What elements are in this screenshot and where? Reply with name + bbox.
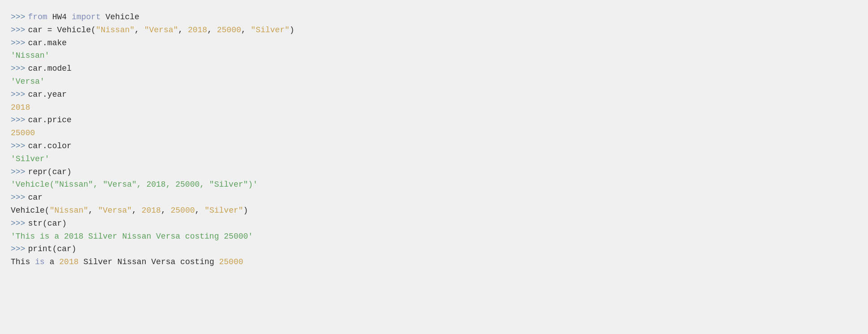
expr-car-price: car.price	[28, 114, 71, 127]
repl-line-12: 'Silver'	[11, 153, 857, 166]
repl-line-19: >>> print(car)	[11, 243, 857, 256]
repl-line-5: >>> car.model	[11, 62, 857, 75]
str-nissan: "Nissan"	[96, 24, 135, 37]
keyword-from: from	[28, 11, 47, 24]
sep3: ,	[207, 24, 217, 37]
expr-print-car: print(car)	[28, 243, 76, 256]
output-repr: 'Vehicle("Nissan", "Versa", 2018, 25000,…	[11, 178, 258, 191]
expr-repr-car: repr(car)	[28, 166, 71, 179]
repl-line-18: 'This is a 2018 Silver Nissan Versa cost…	[11, 230, 857, 243]
out-num-25000: 25000	[171, 204, 195, 217]
out-num-2018: 2018	[142, 204, 161, 217]
out-str-nissan: "Nissan"	[49, 204, 88, 217]
prompt: >>>	[11, 11, 25, 24]
repl-line-7: >>> car.year	[11, 88, 857, 101]
prompt: >>>	[11, 114, 25, 127]
out-silver-nissan: Silver Nissan Versa costing	[78, 256, 219, 269]
repl-line-17: >>> str(car)	[11, 217, 857, 230]
expr-car-make: car.make	[28, 37, 66, 50]
out-sep3: ,	[161, 204, 171, 217]
num-25000: 25000	[217, 24, 241, 37]
repl-line-1: >>> from HW4 import Vehicle	[11, 11, 857, 24]
num-2018: 2018	[188, 24, 207, 37]
repl-container: >>> from HW4 import Vehicle >>> car = Ve…	[9, 7, 859, 272]
expr-car: car	[28, 191, 42, 204]
out-year: 2018	[59, 256, 78, 269]
out-this: This	[11, 256, 35, 269]
repl-line-20: This is a 2018 Silver Nissan Versa costi…	[11, 256, 857, 269]
output-nissan: 'Nissan'	[11, 49, 49, 62]
repl-line-6: 'Versa'	[11, 75, 857, 88]
str-versa: "Versa"	[144, 24, 178, 37]
output-versa: 'Versa'	[11, 75, 45, 88]
expr-car-model: car.model	[28, 62, 71, 75]
output-str: 'This is a 2018 Silver Nissan Versa cost…	[11, 230, 253, 243]
out-a: a	[45, 256, 59, 269]
out-sep2: ,	[132, 204, 142, 217]
out-str-versa: "Versa"	[98, 204, 132, 217]
out-sep1: ,	[88, 204, 98, 217]
repl-line-16: Vehicle( "Nissan" , "Versa" , 2018 , 250…	[11, 204, 857, 217]
output-vehicle: Vehicle(	[11, 204, 49, 217]
prompt: >>>	[11, 191, 25, 204]
output-silver: 'Silver'	[11, 153, 49, 166]
out-is: is	[35, 256, 45, 269]
repl-line-11: >>> car.color	[11, 140, 857, 153]
repl-line-3: >>> car.make	[11, 37, 857, 50]
repl-line-4: 'Nissan'	[11, 49, 857, 62]
out-str-silver: "Silver"	[204, 204, 243, 217]
repl-line-9: >>> car.price	[11, 114, 857, 127]
expr-car-year: car.year	[28, 88, 66, 101]
sep1: ,	[135, 24, 144, 37]
repl-line-8: 2018	[11, 101, 857, 114]
prompt: >>>	[11, 37, 25, 50]
prompt: >>>	[11, 140, 25, 153]
output-25000: 25000	[11, 127, 35, 140]
prompt: >>>	[11, 217, 25, 230]
repl-line-10: 25000	[11, 127, 857, 140]
module-hw4: HW4	[48, 11, 72, 24]
prompt: >>>	[11, 24, 25, 37]
close-paren: )	[290, 24, 295, 37]
repl-line-2: >>> car = Vehicle( "Nissan" , "Versa" , …	[11, 24, 857, 37]
out-close-paren: )	[243, 204, 248, 217]
expr-car-color: car.color	[28, 140, 71, 153]
out-price: 25000	[219, 256, 243, 269]
sep4: ,	[241, 24, 251, 37]
prompt: >>>	[11, 166, 25, 179]
out-sep4: ,	[195, 204, 205, 217]
keyword-import: import	[72, 11, 101, 24]
str-silver: "Silver"	[251, 24, 289, 37]
output-2018: 2018	[11, 101, 30, 114]
repl-line-14: 'Vehicle("Nissan", "Versa", 2018, 25000,…	[11, 178, 857, 191]
prompt: >>>	[11, 243, 25, 256]
repl-line-13: >>> repr(car)	[11, 166, 857, 179]
prompt: >>>	[11, 62, 25, 75]
sep2: ,	[178, 24, 188, 37]
prompt: >>>	[11, 88, 25, 101]
expr-str-car: str(car)	[28, 217, 66, 230]
var-car: car = Vehicle(	[28, 24, 95, 37]
repl-line-15: >>> car	[11, 191, 857, 204]
class-vehicle: Vehicle	[100, 11, 139, 24]
